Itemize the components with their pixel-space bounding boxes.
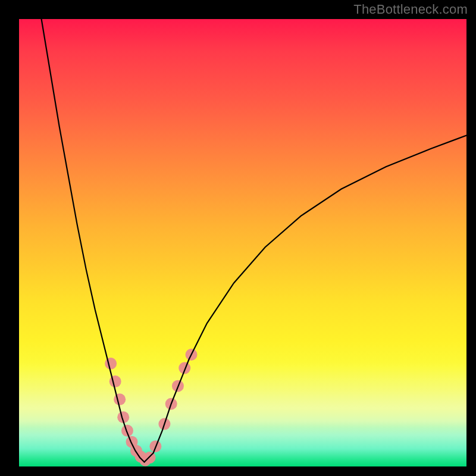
highlight-dot — [105, 358, 117, 369]
highlight-dot — [121, 425, 133, 437]
highlight-dot — [109, 375, 121, 387]
curves-layer — [19, 19, 466, 466]
highlight-dot — [114, 393, 126, 405]
highlight-dot — [178, 362, 190, 374]
chart-frame: TheBottleneck.com — [0, 0, 476, 476]
plot-area — [19, 19, 466, 466]
pink-highlight-dots — [105, 349, 197, 466]
left-curve — [42, 19, 145, 462]
right-curve — [145, 136, 466, 462]
watermark-text: TheBottleneck.com — [353, 2, 468, 17]
